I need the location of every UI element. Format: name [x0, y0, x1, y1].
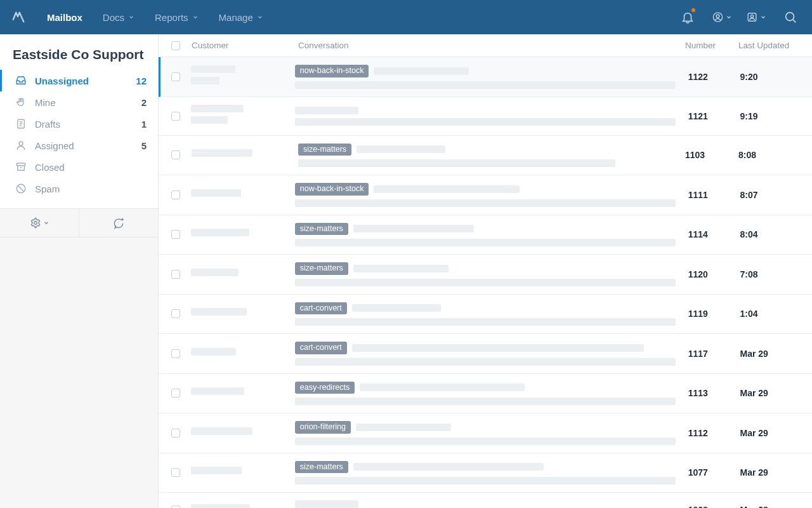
- customer-cell: [191, 308, 295, 319]
- conversation-updated: Mar 29: [740, 388, 799, 398]
- conversation-row[interactable]: now-back-in-stock11118:07: [159, 175, 812, 215]
- conversation-row[interactable]: orion-filtering1112Mar 29: [159, 413, 812, 453]
- archive-icon: [15, 161, 27, 173]
- folder-mine[interactable]: Mine2: [0, 91, 158, 113]
- row-checkbox[interactable]: [171, 270, 180, 279]
- row-checkbox[interactable]: [171, 230, 180, 239]
- conversation-tag: size-matters: [295, 223, 348, 236]
- conversation-row[interactable]: size-matters1077Mar 29: [159, 453, 812, 493]
- mailbox-title: Eastside Co Support: [0, 34, 158, 69]
- conversation-row[interactable]: size-matters11207:08: [159, 255, 812, 295]
- conversation-number: 1111: [688, 190, 740, 200]
- row-checkbox[interactable]: [171, 505, 180, 508]
- conversation-number: 1103: [685, 150, 738, 160]
- customer-cell: [191, 65, 295, 88]
- conversation-cell: size-matters: [298, 144, 685, 168]
- conversation-number: 1117: [688, 349, 740, 359]
- conversation-row[interactable]: 1068Mar 28: [159, 493, 812, 508]
- new-conversation-button[interactable]: [79, 209, 158, 237]
- svg-point-3: [750, 15, 753, 17]
- folder-drafts[interactable]: Drafts1: [0, 113, 158, 135]
- chevron-down-icon: [128, 14, 134, 20]
- conversation-row[interactable]: easy-redirects1113Mar 29: [159, 374, 812, 414]
- folder-count: 2: [141, 97, 147, 108]
- conversation-number: 1077: [688, 467, 740, 478]
- conversation-updated: 1:04: [740, 309, 799, 319]
- notifications-icon[interactable]: [678, 7, 698, 27]
- folder-label: Assigned: [35, 140, 74, 151]
- conversation-cell: cart-convert: [295, 342, 688, 366]
- customer-cell: [191, 229, 295, 240]
- nav-label: Reports: [155, 12, 188, 23]
- conversation-number: 1121: [688, 111, 740, 121]
- conversation-row[interactable]: cart-convert1117Mar 29: [159, 334, 812, 374]
- conversation-cell: size-matters: [295, 262, 688, 286]
- conversation-number: 1122: [688, 72, 740, 82]
- customer-cell: [191, 189, 295, 201]
- folder-unassigned[interactable]: Unassigned12: [0, 70, 158, 91]
- svg-point-4: [786, 13, 794, 21]
- conversation-cell: [295, 500, 688, 508]
- col-updated[interactable]: Last Updated: [738, 41, 799, 50]
- conversation-updated: 9:19: [740, 111, 799, 121]
- conversation-row[interactable]: size-matters11148:04: [159, 215, 812, 255]
- conversation-cell: easy-redirects: [295, 382, 688, 406]
- conversation-tag: cart-convert: [295, 342, 347, 354]
- folder-count: 12: [136, 76, 147, 86]
- conversation-updated: Mar 29: [740, 467, 799, 478]
- nav-manage[interactable]: Manage: [210, 0, 272, 34]
- col-conversation[interactable]: Conversation: [298, 41, 685, 50]
- chevron-down-icon: [257, 14, 263, 20]
- row-checkbox[interactable]: [171, 349, 180, 358]
- conversation-list: Customer Conversation Number Last Update…: [159, 34, 812, 508]
- folder-label: Closed: [35, 162, 65, 173]
- conversation-updated: Mar 29: [740, 349, 799, 359]
- folder-spam[interactable]: Spam: [0, 178, 158, 199]
- customer-cell: [191, 269, 295, 280]
- nav-mailbox[interactable]: Mailbox: [38, 0, 91, 34]
- conversation-updated: 7:08: [740, 269, 799, 279]
- users-menu[interactable]: [746, 7, 766, 27]
- col-customer[interactable]: Customer: [192, 41, 298, 50]
- customer-cell: [191, 105, 295, 128]
- top-navbar: MailboxDocsReportsManage: [0, 0, 812, 34]
- row-checkbox[interactable]: [171, 190, 180, 199]
- conversation-row[interactable]: 11219:19: [159, 97, 812, 136]
- row-checkbox[interactable]: [171, 389, 180, 398]
- customer-cell: [191, 427, 295, 439]
- conversation-number: 1120: [688, 269, 740, 279]
- conversation-row[interactable]: cart-convert11191:04: [159, 295, 812, 335]
- row-checkbox[interactable]: [171, 72, 180, 81]
- select-all-checkbox[interactable]: [171, 41, 180, 50]
- nav-docs[interactable]: Docs: [94, 0, 143, 34]
- settings-button[interactable]: [0, 209, 79, 237]
- conversation-number: 1113: [688, 388, 740, 398]
- row-checkbox[interactable]: [171, 429, 180, 438]
- folder-assigned[interactable]: Assigned5: [0, 135, 158, 156]
- conversation-tag: now-back-in-stock: [295, 65, 369, 77]
- col-number[interactable]: Number: [685, 41, 738, 50]
- row-checkbox[interactable]: [171, 468, 180, 477]
- conversation-row[interactable]: now-back-in-stock11229:20: [159, 57, 812, 97]
- conversation-tag: now-back-in-stock: [295, 183, 369, 196]
- conversation-updated: Mar 28: [740, 505, 799, 508]
- conversation-tag: size-matters: [295, 262, 348, 275]
- inbox-open-icon: [15, 75, 27, 86]
- folder-closed[interactable]: Closed: [0, 156, 158, 178]
- nav-reports[interactable]: Reports: [146, 0, 207, 34]
- conversation-row[interactable]: size-matters11038:08: [159, 136, 812, 176]
- conversation-updated: 8:04: [740, 229, 799, 239]
- account-menu[interactable]: [712, 7, 732, 27]
- folder-label: Spam: [35, 184, 60, 194]
- conversation-cell: now-back-in-stock: [295, 183, 688, 207]
- conversation-cell: size-matters: [295, 461, 688, 485]
- row-checkbox[interactable]: [171, 309, 180, 318]
- nav-label: Manage: [219, 12, 253, 23]
- search-icon[interactable]: [780, 7, 801, 27]
- row-checkbox[interactable]: [171, 112, 180, 121]
- row-checkbox[interactable]: [171, 150, 180, 159]
- app-logo[interactable]: [9, 8, 28, 27]
- chevron-down-icon: [192, 14, 199, 20]
- hand-icon: [15, 97, 27, 108]
- conversation-number: 1068: [688, 505, 740, 508]
